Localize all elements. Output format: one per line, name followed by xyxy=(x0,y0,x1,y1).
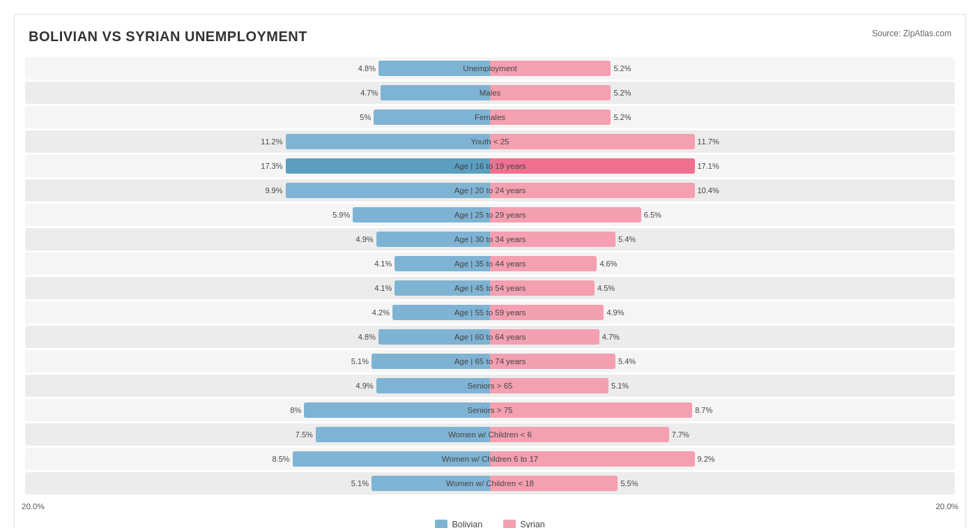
right-section: 11.7% xyxy=(490,130,955,153)
syrian-bar xyxy=(490,280,595,296)
bolivian-bar xyxy=(316,427,490,442)
syrian-value: 4.7% xyxy=(602,333,620,341)
left-section: 4.8% xyxy=(25,57,490,80)
left-section: 8% xyxy=(25,399,490,421)
bolivian-bar xyxy=(353,207,490,222)
bolivian-bar xyxy=(286,134,491,149)
right-section: 4.9% xyxy=(490,301,955,324)
bars-wrapper: 7.5% Women w/ Children < 6 7.7% xyxy=(25,423,955,446)
syrian-bar xyxy=(490,354,615,369)
left-section: 4.2% xyxy=(25,301,490,324)
syrian-value: 9.2% xyxy=(698,455,715,463)
bolivian-value: 7.5% xyxy=(296,430,313,439)
right-section: 5.1% xyxy=(490,375,955,397)
syrian-bar xyxy=(490,378,608,393)
chart-source: Source: ZipAtlas.com xyxy=(872,29,951,38)
bar-row: 4.2% Age | 55 to 59 years 4.9% xyxy=(25,301,955,324)
syrian-bar xyxy=(490,158,695,174)
bar-row: 5% Females 5.2% xyxy=(25,106,955,128)
bar-row: 5.1% Women w/ Children < 18 5.5% xyxy=(25,472,955,495)
right-section: 10.4% xyxy=(490,179,955,202)
syrian-bar xyxy=(490,61,611,76)
syrian-value: 17.1% xyxy=(698,162,719,170)
syrian-bar xyxy=(490,183,695,198)
bolivian-value: 4.7% xyxy=(360,89,378,97)
bar-row: 7.5% Women w/ Children < 6 7.7% xyxy=(25,423,955,446)
left-section: 9.9% xyxy=(25,179,490,202)
bars-wrapper: 4.9% Age | 30 to 34 years 5.4% xyxy=(25,228,955,250)
legend-syrian: Syrian xyxy=(503,520,544,528)
bolivian-value: 4.1% xyxy=(374,284,392,292)
bar-row: 4.8% Unemployment 5.2% xyxy=(25,57,955,80)
syrian-bar xyxy=(490,451,695,467)
bars-wrapper: 4.9% Seniors > 65 5.1% xyxy=(25,375,955,397)
bar-row: 5.1% Age | 65 to 74 years 5.4% xyxy=(25,350,955,372)
bar-row: 8.5% Women w/ Children 6 to 17 9.2% xyxy=(25,448,955,470)
bolivian-bar xyxy=(395,256,490,271)
right-section: 4.7% xyxy=(490,326,955,348)
right-section: 9.2% xyxy=(490,448,955,470)
right-section: 5.2% xyxy=(490,106,955,128)
bolivian-value: 17.3% xyxy=(261,162,282,170)
syrian-bar xyxy=(490,85,611,100)
syrian-value: 4.9% xyxy=(606,308,624,317)
syrian-bar xyxy=(490,402,692,418)
bars-wrapper: 5.9% Age | 25 to 29 years 6.5% xyxy=(25,204,955,226)
left-section: 5.1% xyxy=(25,472,490,495)
bolivian-value: 11.2% xyxy=(261,137,282,146)
left-section: 5.9% xyxy=(25,204,490,226)
bars-wrapper: 4.7% Males 5.2% xyxy=(25,82,955,104)
bar-row: 4.9% Seniors > 65 5.1% xyxy=(25,375,955,397)
left-section: 4.1% xyxy=(25,277,490,299)
left-section: 7.5% xyxy=(25,423,490,446)
bars-wrapper: 4.1% Age | 45 to 54 years 4.5% xyxy=(25,277,955,299)
syrian-bar xyxy=(490,427,669,442)
bar-row: 4.8% Age | 60 to 64 years 4.7% xyxy=(25,326,955,348)
bolivian-bar xyxy=(374,110,490,125)
bolivian-value: 4.9% xyxy=(356,235,374,243)
bolivian-bar xyxy=(372,476,490,491)
bars-wrapper: 9.9% Age | 20 to 24 years 10.4% xyxy=(25,179,955,202)
right-section: 4.6% xyxy=(490,252,955,275)
bar-row: 17.3% Age | 16 to 19 years 17.1% xyxy=(25,155,955,177)
left-section: 5% xyxy=(25,106,490,128)
bolivian-bar xyxy=(378,61,490,76)
syrian-value: 5.4% xyxy=(618,357,636,365)
bolivian-bar xyxy=(381,85,490,100)
bolivian-bar xyxy=(376,378,490,393)
bars-wrapper: 4.8% Age | 60 to 64 years 4.7% xyxy=(25,326,955,348)
bar-row: 4.1% Age | 45 to 54 years 4.5% xyxy=(25,277,955,299)
bars-wrapper: 5.1% Age | 65 to 74 years 5.4% xyxy=(25,350,955,372)
syrian-value: 8.7% xyxy=(695,406,712,414)
left-section: 17.3% xyxy=(25,155,490,177)
bars-wrapper: 17.3% Age | 16 to 19 years 17.1% xyxy=(25,155,955,177)
bars-wrapper: 8.5% Women w/ Children 6 to 17 9.2% xyxy=(25,448,955,470)
syrian-value: 4.6% xyxy=(599,259,617,268)
syrian-color-swatch xyxy=(503,520,516,528)
bolivian-value: 5% xyxy=(360,113,371,121)
right-section: 5.2% xyxy=(490,82,955,104)
syrian-bar xyxy=(490,232,615,247)
syrian-value: 11.7% xyxy=(698,137,719,146)
bolivian-value: 8.5% xyxy=(272,455,289,463)
right-section: 7.7% xyxy=(490,423,955,446)
bars-wrapper: 11.2% Youth < 25 11.7% xyxy=(25,130,955,153)
axis-right-label: 20.0% xyxy=(935,502,958,511)
left-section: 4.7% xyxy=(25,82,490,104)
right-section: 5.4% xyxy=(490,350,955,372)
bars-wrapper: 4.2% Age | 55 to 59 years 4.9% xyxy=(25,301,955,324)
bolivian-label: Bolivian xyxy=(452,520,482,528)
bars-wrapper: 8% Seniors > 75 8.7% xyxy=(25,399,955,421)
syrian-bar xyxy=(490,305,604,320)
left-section: 4.8% xyxy=(25,326,490,348)
syrian-value: 7.7% xyxy=(672,430,689,439)
bolivian-bar xyxy=(304,402,490,418)
bolivian-value: 5.9% xyxy=(332,211,350,219)
bolivian-value: 4.1% xyxy=(374,259,392,268)
bar-row: 4.7% Males 5.2% xyxy=(25,82,955,104)
syrian-bar xyxy=(490,110,611,125)
bolivian-value: 5.1% xyxy=(351,357,369,365)
syrian-value: 5.5% xyxy=(620,479,638,488)
chart-header: BOLIVIAN VS SYRIAN UNEMPLOYMENT Source: … xyxy=(22,29,958,45)
bolivian-bar xyxy=(392,305,490,320)
